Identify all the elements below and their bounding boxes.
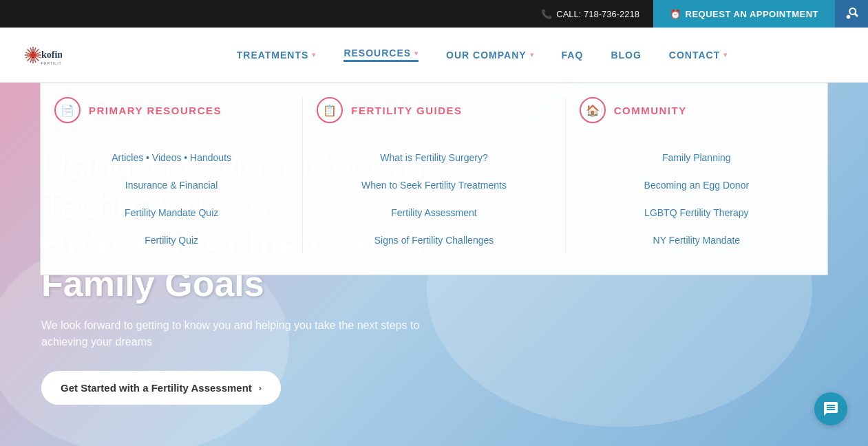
community-header: 🏠 COMMUNITY: [580, 97, 814, 130]
nav-bar: kofinas FERTILITY GROUP TREATMENTS ▾ RES…: [0, 28, 868, 83]
nav-faq[interactable]: FAQ: [562, 50, 584, 61]
dropdown-item-fertility-surgery[interactable]: What is Fertility Surgery?: [317, 144, 551, 171]
dropdown-item-egg-donor[interactable]: Becoming an Egg Donor: [580, 171, 814, 199]
chat-button[interactable]: [814, 392, 847, 425]
svg-point-2: [847, 15, 851, 19]
top-bar: 📞 CALL: 718-736-2218 ⏰ REQUEST AN APPOIN…: [0, 0, 868, 28]
nav-our-company[interactable]: OUR COMPANY ▾: [446, 50, 534, 61]
fertility-guides-title: FERTILITY GUIDES: [351, 105, 462, 116]
hubspot-button[interactable]: [835, 0, 868, 28]
primary-resources-icon: 📄: [54, 97, 81, 123]
dropdown-item-insurance[interactable]: Insurance & Financial: [54, 171, 288, 199]
hero-cta-label: Get Started with a Fertility Assessment: [61, 382, 252, 394]
primary-resources-title: PRIMARY RESOURCES: [89, 105, 222, 116]
fertility-guides-header: 📋 FERTILITY GUIDES: [317, 97, 551, 130]
resources-caret: ▾: [414, 50, 419, 57]
phone-bar[interactable]: 📞 CALL: 718-736-2218: [527, 9, 653, 19]
clock-icon: ⏰: [670, 9, 681, 19]
blog-label: BLOG: [611, 50, 641, 61]
dropdown-col-primary-resources: 📄 PRIMARY RESOURCES Articles • Videos • …: [41, 97, 303, 254]
hero-cta-arrow: ›: [259, 383, 262, 393]
community-icon: 🏠: [580, 97, 606, 123]
dropdown-item-seek-treatments[interactable]: When to Seek Fertility Treatments: [317, 171, 551, 199]
dropdown-col-community: 🏠 COMMUNITY Family Planning Becoming an …: [566, 97, 827, 254]
resources-label: RESOURCES: [343, 47, 411, 59]
chat-icon: [823, 401, 839, 417]
logo[interactable]: kofinas FERTILITY GROUP: [21, 34, 62, 76]
appointment-label: REQUEST AN APPOINTMENT: [686, 9, 819, 19]
hero-subtitle: We look forward to getting to know you a…: [41, 317, 468, 350]
treatments-caret: ▾: [312, 51, 316, 59]
dropdown-item-family-planning[interactable]: Family Planning: [580, 144, 814, 171]
dropdown-item-lgbtq[interactable]: LGBTQ Fertility Therapy: [580, 199, 814, 226]
nav-resources[interactable]: RESOURCES ▾: [343, 47, 419, 62]
page-container: 📞 CALL: 718-736-2218 ⏰ REQUEST AN APPOIN…: [0, 0, 868, 446]
main-nav: TREATMENTS ▾ RESOURCES ▾ OUR COMPANY ▾ F…: [117, 47, 847, 62]
dropdown-item-ny-mandate[interactable]: NY Fertility Mandate: [580, 226, 814, 254]
treatments-label: TREATMENTS: [237, 50, 309, 61]
dropdown-item-articles[interactable]: Articles • Videos • Handouts: [54, 144, 288, 171]
fertility-guides-icon: 📋: [317, 97, 343, 123]
nav-area: 📞 CALL: 718-736-2218 ⏰ REQUEST AN APPOIN…: [0, 0, 868, 83]
logo-icon: kofinas FERTILITY GROUP: [21, 34, 62, 76]
dropdown-item-signs-challenges[interactable]: Signs of Fertility Challenges: [317, 226, 551, 254]
contact-caret: ▾: [723, 51, 728, 59]
dropdown-item-fertility-assessment[interactable]: Fertility Assessment: [317, 199, 551, 226]
svg-point-11: [30, 52, 36, 58]
primary-resources-header: 📄 PRIMARY RESOURCES: [54, 97, 288, 130]
resources-dropdown: 📄 PRIMARY RESOURCES Articles • Videos • …: [40, 83, 828, 275]
nav-blog[interactable]: BLOG: [611, 50, 641, 61]
contact-label: CONTACT: [669, 50, 720, 61]
dropdown-item-mandate-quiz[interactable]: Fertility Mandate Quiz: [54, 199, 288, 226]
request-appointment-button[interactable]: ⏰ REQUEST AN APPOINTMENT: [653, 0, 835, 28]
nav-contact[interactable]: CONTACT ▾: [669, 50, 728, 61]
phone-icon: 📞: [541, 9, 552, 19]
faq-label: FAQ: [562, 50, 584, 61]
svg-text:FERTILITY GROUP: FERTILITY GROUP: [41, 61, 62, 65]
our-company-caret: ▾: [530, 51, 534, 59]
svg-text:kofinas: kofinas: [41, 50, 62, 60]
dropdown-col-fertility-guides: 📋 FERTILITY GUIDES What is Fertility Sur…: [303, 97, 565, 254]
community-title: COMMUNITY: [614, 105, 687, 116]
our-company-label: OUR COMPANY: [446, 50, 527, 61]
hero-cta-button[interactable]: Get Started with a Fertility Assessment …: [41, 371, 281, 405]
nav-treatments[interactable]: TREATMENTS ▾: [237, 50, 317, 61]
phone-number[interactable]: CALL: 718-736-2218: [556, 9, 639, 19]
dropdown-item-fertility-quiz[interactable]: Fertility Quiz: [54, 226, 288, 254]
